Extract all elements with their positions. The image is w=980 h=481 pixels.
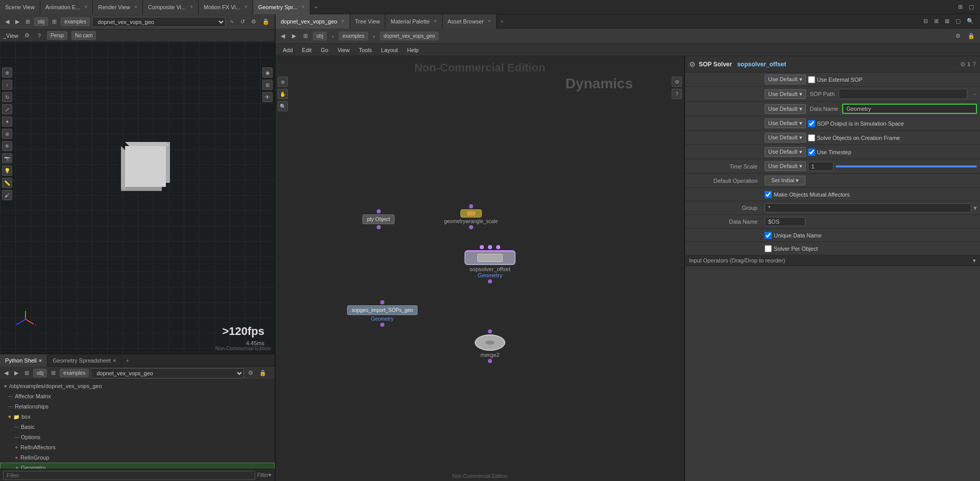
snap-icon[interactable]: ⊞ (262, 80, 273, 90)
viewport-settings-icon[interactable]: ⚙ (22, 31, 32, 40)
sop-path-arrow[interactable]: → (971, 91, 977, 97)
paint-icon[interactable]: 🖌 (2, 190, 12, 200)
persp-btn[interactable]: Persp (47, 31, 67, 40)
graph-help-icon[interactable]: ? (672, 89, 682, 99)
examples-btn[interactable]: examples (61, 17, 90, 26)
data-name-input-2[interactable] (765, 217, 805, 226)
new-right-tab-button[interactable]: + (497, 18, 508, 25)
tab-motionfx[interactable]: Motion FX Vi... × (199, 0, 253, 14)
back-icon[interactable]: ◀ (2, 369, 10, 377)
menu-view[interactable]: View (333, 46, 354, 54)
close-icon[interactable]: × (302, 4, 305, 10)
solve-objects-check[interactable] (808, 134, 815, 141)
view-icon[interactable]: 👁 (2, 141, 12, 151)
tree-root[interactable]: ▾ /obj/examples/dopnet_vex_vops_geo (0, 381, 275, 391)
tab-python-shell[interactable]: Python Shell × (0, 354, 47, 367)
viewport-help-icon[interactable]: ? (36, 32, 43, 40)
solver-per-object-check[interactable] (765, 245, 772, 252)
bottom-path-selector[interactable]: dopnet_vex_vops_geo (91, 368, 244, 378)
use-default-dropdown-4[interactable]: Use Default ▾ (765, 118, 806, 128)
graph-select-icon[interactable]: ⊕ (278, 77, 288, 87)
tab-animation[interactable]: Animation E... × (40, 0, 93, 14)
obj-icon[interactable]: ⊞ (23, 17, 32, 26)
graph-settings-icon[interactable]: ⚙ (672, 77, 682, 87)
tab-scene-view[interactable]: Scene View (0, 0, 40, 14)
examples-icon2[interactable]: ⊞ (49, 369, 58, 377)
split-icon[interactable]: ⊠ (943, 17, 951, 26)
close-icon[interactable]: × (39, 357, 42, 364)
node-empty[interactable]: pty Object (362, 209, 395, 229)
new-bottom-tab-button[interactable]: + (121, 357, 133, 364)
move-icon[interactable]: ↕ (2, 80, 12, 90)
close-icon[interactable]: × (341, 18, 345, 24)
sop-output-check[interactable] (808, 120, 815, 127)
input-operators-arrow[interactable]: ▾ (973, 257, 976, 264)
obj-btn3[interactable]: obj (313, 32, 327, 40)
node-sopsolver[interactable]: sopsolver_offset Geometry (464, 245, 516, 283)
tree-item-options[interactable]: — Options (0, 432, 275, 442)
bottom-settings-icon[interactable]: ⚙ (246, 369, 255, 377)
tab-render[interactable]: Render View × (93, 0, 143, 14)
transform-icon[interactable]: ✦ (2, 116, 12, 127)
handle-icon[interactable]: ⊛ (2, 129, 12, 139)
menu-tools[interactable]: Tools (355, 46, 376, 54)
close-icon[interactable]: × (488, 18, 491, 24)
external-sop-check[interactable] (808, 76, 815, 83)
tree-item-box[interactable]: ▾ 📁 box (0, 412, 275, 422)
time-scale-slider[interactable] (836, 165, 977, 167)
close-icon[interactable]: × (113, 357, 116, 364)
close-icon[interactable]: × (84, 4, 87, 10)
use-default-dropdown-2[interactable]: Use Default ▾ (765, 89, 806, 99)
ruler-icon[interactable]: 📏 (2, 178, 12, 188)
node-merge2[interactable]: merge2 (475, 329, 505, 363)
use-default-dropdown-1[interactable]: Use Default ▾ (765, 75, 806, 84)
data-name-input[interactable] (842, 104, 977, 114)
grid-icon[interactable]: ⊞ (932, 17, 941, 26)
menu-layout[interactable]: Layout (377, 46, 402, 54)
lock-icon[interactable]: 🔒 (260, 17, 272, 26)
rotate-icon[interactable]: ↻ (2, 92, 12, 102)
use-timestep-check[interactable] (808, 149, 815, 156)
use-default-dropdown-7[interactable]: Use Default ▾ (765, 161, 806, 171)
right-lock-icon[interactable]: 🔒 (966, 32, 977, 40)
tree-item-relingroup[interactable]: ✦ RelInGroup (0, 452, 275, 463)
settings-icon[interactable]: ⚙ (249, 17, 258, 26)
close-icon[interactable]: × (134, 4, 137, 10)
mutual-affectors-check[interactable] (765, 191, 772, 198)
obj-icon[interactable]: ⊞ (22, 369, 31, 377)
set-initial-dropdown[interactable]: Set Initial ▾ (765, 176, 805, 185)
right-settings-icon[interactable]: ⚙ (953, 32, 963, 40)
close-icon[interactable]: × (434, 18, 437, 24)
tree-item-affector-matrix[interactable]: — Affector Matrix (0, 391, 275, 401)
display-icon[interactable]: ◉ (262, 67, 273, 78)
new-tab-button[interactable]: + (310, 4, 322, 10)
tab-asset-browser[interactable]: Asset Browser × (443, 14, 497, 29)
tab-geometry[interactable]: Geometry Spr... × (253, 0, 310, 14)
viewport-canvas[interactable]: ⊕ ↕ ↻ ⤢ ✦ ⊛ 👁 📷 💡 📏 🖌 ◉ ⊞ 👁 (0, 42, 275, 353)
graph-zoom-icon[interactable]: 🔍 (278, 101, 288, 111)
use-default-dropdown-5[interactable]: Use Default ▾ (765, 133, 806, 142)
light-icon[interactable]: 💡 (2, 165, 12, 176)
tab-tree-view[interactable]: Tree View (350, 14, 386, 29)
prop-help-icon[interactable]: ? (972, 61, 976, 68)
vis-icon[interactable]: 👁 (262, 92, 273, 102)
forward-icon2[interactable]: ▶ (290, 32, 298, 40)
tree-item-relationships[interactable]: — Relationships (0, 401, 275, 412)
menu-help[interactable]: Help (403, 46, 423, 54)
obj-btn[interactable]: obj (34, 17, 48, 26)
examples-icon[interactable]: ⊞ (50, 17, 59, 26)
tab-composite[interactable]: Composite Vi... × (143, 0, 199, 14)
node-graph[interactable]: Non-Commercial Edition Dynamics ⊕ ✋ 🔍 ⚙ … (276, 56, 684, 481)
current-btn[interactable]: dopnet_vex_vops_geo (380, 32, 439, 40)
maximize-icon[interactable]: ▢ (967, 3, 976, 11)
nocam-btn[interactable]: No cam (71, 31, 96, 40)
select-icon[interactable]: ⊕ (2, 67, 12, 78)
bottom-lock-icon[interactable]: 🔒 (257, 369, 268, 377)
forward-icon[interactable]: ▶ (12, 369, 20, 377)
scale-icon[interactable]: ⤢ (2, 104, 12, 114)
node-geometrywrangle[interactable]: geometrywrangle_scale (444, 204, 498, 229)
tearoff-icon[interactable]: ⊞ (956, 3, 965, 11)
graph-pan-icon[interactable]: ✋ (278, 89, 288, 99)
menu-edit[interactable]: Edit (298, 46, 316, 54)
back-icon2[interactable]: ◀ (279, 32, 287, 40)
